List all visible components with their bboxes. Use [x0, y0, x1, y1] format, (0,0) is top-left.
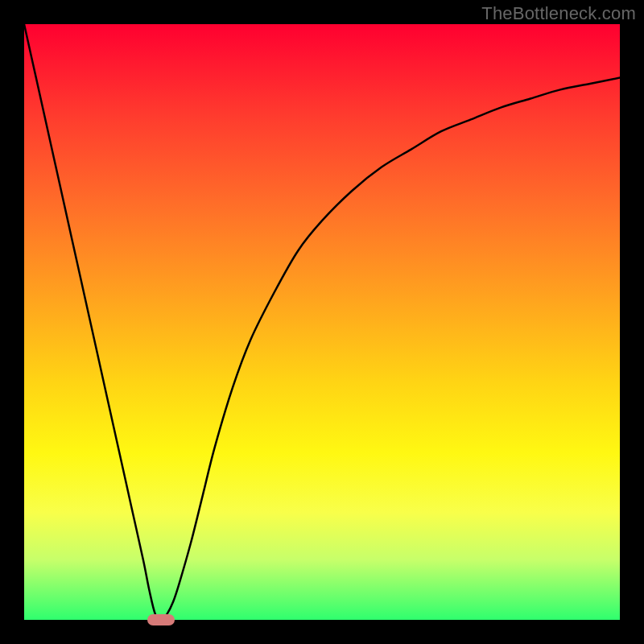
optimal-marker — [147, 614, 175, 625]
bottleneck-curve — [24, 24, 620, 620]
chart-frame: TheBottleneck.com — [0, 0, 644, 644]
attribution-label: TheBottleneck.com — [481, 3, 636, 24]
plot-area — [24, 24, 620, 620]
